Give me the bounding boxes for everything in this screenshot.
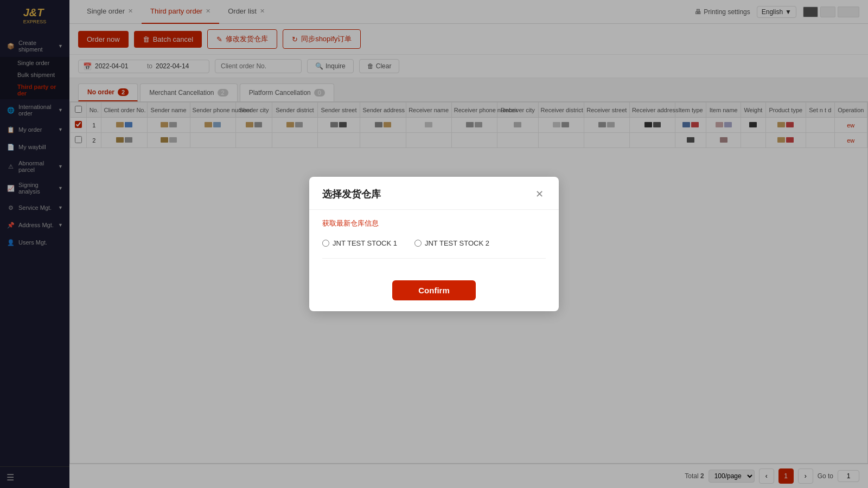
warehouse-option-2[interactable]: JNT TEST STOCK 2 [414,239,489,247]
modal-close-btn[interactable]: ✕ [533,188,546,201]
warehouse-1-label: JNT TEST STOCK 1 [333,239,397,247]
warehouse-radio-1[interactable] [322,240,329,247]
confirm-button[interactable]: Confirm [392,280,476,300]
warehouse-2-label: JNT TEST STOCK 2 [425,239,489,247]
warehouse-modal: 选择发货仓库 ✕ 获取最新仓库信息 JNT TEST STOCK 1 JNT T… [309,177,559,311]
modal-notice[interactable]: 获取最新仓库信息 [322,219,546,228]
modal-title: 选择发货仓库 [322,188,381,201]
modal-footer: Confirm [309,276,559,311]
warehouse-radio-group: JNT TEST STOCK 1 JNT TEST STOCK 2 [322,239,546,247]
modal-header: 选择发货仓库 ✕ [309,177,559,210]
modal-overlay[interactable]: 选择发货仓库 ✕ 获取最新仓库信息 JNT TEST STOCK 1 JNT T… [0,0,868,488]
modal-divider [322,258,546,259]
warehouse-option-1[interactable]: JNT TEST STOCK 1 [322,239,397,247]
warehouse-radio-2[interactable] [414,240,422,247]
modal-body: 获取最新仓库信息 JNT TEST STOCK 1 JNT TEST STOCK… [309,210,559,276]
